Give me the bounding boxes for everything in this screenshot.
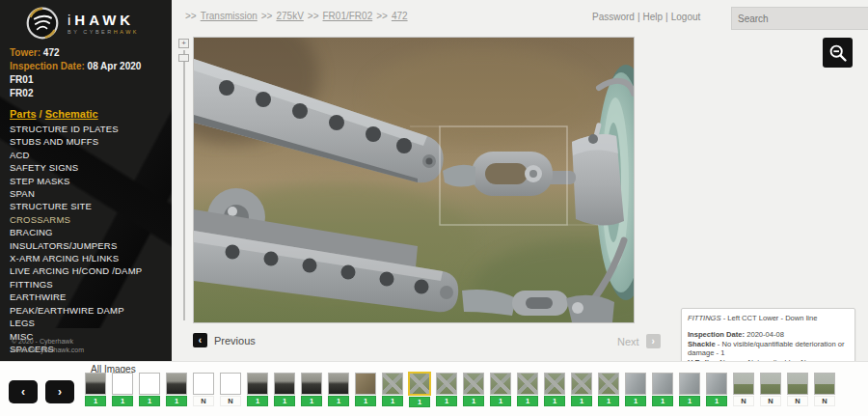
thumbnail-status-badge: 1	[679, 396, 700, 406]
thumbnail-12[interactable]: 1	[382, 373, 403, 407]
account-link-divider: |	[637, 12, 640, 22]
search-input[interactable]	[731, 7, 868, 30]
thumbnail-image	[166, 373, 187, 395]
tower-line: Tower: 472	[10, 46, 141, 60]
breadcrumb-link[interactable]: 472	[392, 11, 408, 21]
sidebar-part-step-masks[interactable]: STEP MASKS	[10, 175, 142, 187]
thumbnail-image	[625, 373, 646, 395]
thumbnail-image	[787, 373, 808, 395]
sidebar-part-legs[interactable]: LEGS	[10, 317, 142, 329]
thumbnail-16[interactable]: 1	[490, 373, 511, 407]
account-link-help[interactable]: Help	[643, 12, 664, 22]
thumbnail-20[interactable]: 1	[598, 373, 619, 407]
sidebar-part-x-arm-arcing-h-links[interactable]: X-ARM ARCING H/LINKS	[10, 252, 142, 264]
thumbnail-25[interactable]: N	[733, 373, 754, 407]
thumbnail-28[interactable]: N	[814, 373, 835, 407]
ihawk-logo-icon	[25, 6, 60, 41]
copyright: © 2020 - Cyberhawk www.thecyberhawk.com	[12, 337, 84, 354]
info-inspection-date: Inspection Date: 2020-04-08	[688, 330, 849, 339]
account-link-password[interactable]: Password	[592, 12, 635, 22]
thumbnail-27[interactable]: N	[787, 373, 808, 407]
info-title: FITTINGS - Left CCT Lower - Down line	[688, 314, 849, 322]
sidebar-part-bracing[interactable]: BRACING	[10, 226, 142, 238]
sidebar-part-fittings[interactable]: FITTINGS	[10, 278, 142, 291]
sidebar-part-insulators-jumpers[interactable]: INSULATORS/JUMPERS	[10, 239, 142, 252]
account-links: Password|Help|Logout	[592, 12, 700, 22]
thumbnail-8[interactable]: 1	[274, 373, 295, 407]
thumbnail-3[interactable]: 1	[139, 373, 160, 407]
thumbnail-image	[139, 373, 160, 395]
thumbnail-17[interactable]: 1	[517, 373, 538, 407]
parts-link[interactable]: Parts	[10, 108, 37, 120]
thumbnail-status-badge: 1	[328, 396, 349, 406]
thumbnail-19[interactable]: 1	[571, 373, 592, 407]
thumbnail-21[interactable]: 1	[625, 373, 646, 407]
sidebar-part-live-arcing-h-cond-damp[interactable]: LIVE ARCING H/COND /DAMP	[10, 264, 142, 277]
next-button[interactable]: ›	[646, 334, 661, 348]
thumbnail-10[interactable]: 1	[328, 373, 349, 407]
thumbnail-9[interactable]: 1	[301, 373, 322, 407]
thumbnail-15[interactable]: 1	[463, 373, 484, 407]
thumbnail-22[interactable]: 1	[652, 373, 673, 407]
breadcrumb-link[interactable]: Transmission	[201, 11, 258, 21]
thumbnail-image	[814, 373, 835, 395]
thumbnail-18[interactable]: 1	[544, 373, 565, 407]
thumbnail-23[interactable]: 1	[679, 373, 700, 407]
thumbnail-image	[652, 373, 673, 395]
sidebar-part-earthwire[interactable]: EARTHWIRE	[10, 291, 142, 303]
breadcrumb-link[interactable]: 275kV	[276, 11, 303, 21]
thumbnail-status-badge: 1	[517, 396, 538, 406]
filmstrip-next-button[interactable]: ›	[45, 380, 74, 403]
sidebar-part-structure-site[interactable]: STRUCTURE SITE	[10, 200, 142, 212]
thumbnail-status-badge: 1	[463, 396, 484, 406]
filmstrip-prev-button[interactable]: ‹	[9, 380, 38, 403]
brand-byline: BY CYBERHAWK	[68, 29, 139, 35]
zoom-slider-track[interactable]	[183, 50, 185, 320]
app-window: iHAWK BY CYBERHAWK Tower: 472 Inspection…	[0, 0, 868, 416]
thumbnail-status-badge: 1	[112, 396, 133, 406]
thumbnail-26[interactable]: N	[760, 373, 781, 407]
thumbnail-image	[328, 373, 349, 395]
sidebar-part-stubs-and-muffs[interactable]: STUBS AND MUFFS	[10, 135, 142, 148]
thumbnail-6[interactable]: N	[220, 373, 241, 407]
thumbnail-2[interactable]: 1	[112, 373, 133, 407]
thumbnail-14[interactable]: 1	[436, 373, 457, 407]
info-shackle: Shackle - No visible/quantifiable deteri…	[688, 340, 849, 358]
thumbnail-image	[598, 373, 619, 395]
thumbnail-1[interactable]: 1	[85, 373, 106, 407]
thumbnail-7[interactable]: 1	[247, 373, 268, 407]
zoom-in-button[interactable]: +	[178, 39, 189, 48]
schematic-link[interactable]: Schematic	[45, 108, 98, 120]
inspection-photo-viewer[interactable]	[193, 37, 635, 323]
thumbnail-image	[301, 373, 322, 395]
sidebar-part-structure-id-plates[interactable]: STRUCTURE ID PLATES	[10, 123, 142, 135]
thumbnail-image	[112, 373, 133, 395]
sidebar-part-span[interactable]: SPAN	[10, 187, 142, 200]
thumbnail-status-badge: 1	[598, 396, 619, 406]
thumbnail-image	[544, 373, 565, 395]
sidebar-part-safety-signs[interactable]: SAFETY SIGNS	[10, 161, 142, 174]
fr02-label: FR02	[10, 87, 141, 100]
sidebar-part-acd[interactable]: ACD	[10, 149, 142, 161]
previous-button[interactable]: ‹	[193, 333, 207, 347]
thumbnail-4[interactable]: 1	[166, 373, 187, 407]
previous-label[interactable]: Previous	[214, 335, 256, 347]
sidebar-part-peak-earthwire-damp[interactable]: PEAK/EARTHWIRE DAMP	[10, 304, 142, 317]
thumbnail-status-badge: 1	[409, 397, 430, 407]
thumbnail-image	[382, 373, 403, 395]
thumbnail-13-selected[interactable]: 1	[409, 373, 430, 407]
thumbnail-status-badge: 1	[301, 396, 322, 406]
thumbnail-image	[490, 373, 511, 395]
thumbnail-11[interactable]: 1	[355, 373, 376, 407]
zoom-out-button[interactable]	[823, 38, 853, 68]
zoom-slider-handle[interactable]	[178, 54, 189, 62]
account-link-logout[interactable]: Logout	[671, 12, 701, 22]
chevron-left-icon: ‹	[21, 385, 25, 399]
thumbnail-24[interactable]: 1	[706, 373, 727, 407]
sidebar-part-crossarms[interactable]: CROSSARMS	[10, 213, 142, 226]
sidebar: iHAWK BY CYBERHAWK Tower: 472 Inspection…	[0, 0, 172, 361]
thumbnail-5[interactable]: N	[193, 373, 214, 407]
breadcrumb-link[interactable]: FR01/FR02	[323, 11, 373, 21]
thumbnail-status-badge: 1	[247, 396, 268, 406]
thumbnail-status-badge: 1	[85, 396, 106, 406]
